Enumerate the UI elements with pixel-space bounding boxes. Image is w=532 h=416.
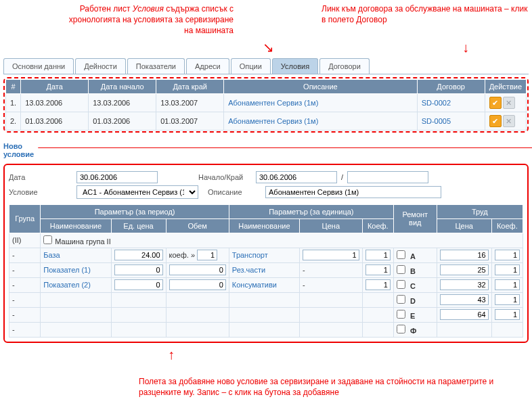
start-date-field[interactable] [256, 171, 337, 183]
delete-icon[interactable]: ✕ [503, 115, 515, 127]
col-contract[interactable]: Договор [417, 79, 485, 93]
arrow-up-icon: ↑ [3, 347, 529, 363]
unit-coef-input[interactable] [365, 264, 391, 275]
edit-icon[interactable]: ✔ [489, 97, 502, 109]
unit-coef-input[interactable] [365, 250, 391, 260]
hdr-price2: Цена [437, 218, 491, 233]
col-date[interactable]: Дата [21, 79, 89, 93]
repair-checkbox[interactable] [397, 325, 405, 333]
col-action: Действие [485, 79, 526, 93]
labor-price-input[interactable] [440, 279, 489, 290]
new-condition-title: Ново условие [3, 142, 34, 158]
annotation-form-fields: Полета за добавяне ново условие за серви… [3, 376, 529, 398]
tab-strip: Основни данни Дейности Показатели Адреси… [3, 58, 529, 74]
cell-contract-link[interactable]: SD-0002 [417, 93, 485, 112]
price-input[interactable] [114, 264, 163, 275]
cell-end: 13.03.2007 [156, 93, 224, 112]
labor-price-input[interactable] [440, 250, 489, 260]
hdr-coef: Коеф. [362, 218, 393, 233]
description-field[interactable] [265, 186, 441, 198]
conditions-history-grid: # Дата Дата начало Дата край Описание До… [3, 77, 529, 133]
group-checkbox[interactable] [43, 235, 52, 244]
param-row: - База коеф. » Транспорт A [9, 248, 523, 262]
arrow-down-icon: ↓ [462, 40, 469, 55]
date-field[interactable] [76, 171, 158, 183]
labor-coef-input[interactable] [495, 250, 520, 260]
annotation-worksheet: Работен лист Условия съдържа списък с хр… [3, 3, 234, 37]
top-arrows: ↘ ↓ [3, 41, 529, 58]
annotation-contract-link: Линк към договора за обслужване на машин… [254, 3, 529, 37]
label-start-end: Начало/Край [198, 173, 256, 181]
end-date-field[interactable] [347, 171, 428, 183]
labor-price-input[interactable] [440, 309, 489, 320]
labor-price-input[interactable] [440, 294, 489, 305]
labor-coef-input[interactable] [495, 309, 520, 320]
hdr-labor: Труд [437, 204, 523, 218]
delete-icon[interactable]: ✕ [503, 97, 515, 109]
vol-input[interactable] [169, 264, 226, 275]
cell-contract-link[interactable]: SD-0005 [417, 112, 485, 130]
cell-date: 13.03.2006 [21, 93, 89, 112]
tab-addresses[interactable]: Адреси [186, 58, 229, 74]
cell-actions: ✔✕ [485, 112, 526, 130]
cell-desc-link[interactable]: Абонаментен Сервиз (1м) [224, 93, 417, 112]
label-description: Описание [208, 188, 265, 196]
price-input[interactable] [114, 279, 163, 290]
col-num: # [6, 79, 21, 93]
repair-checkbox[interactable] [397, 280, 405, 289]
table-row: 1. 13.03.2006 13.03.2006 13.03.2007 Абон… [6, 93, 527, 112]
parameters-table: Група Параметър (за период) Параметър (з… [9, 204, 523, 338]
cell-actions: ✔✕ [485, 93, 526, 112]
cell-end: 01.03.2007 [156, 112, 224, 130]
repair-checkbox[interactable] [397, 310, 405, 319]
coef-input[interactable] [197, 250, 217, 260]
hdr-price: Цена [299, 218, 362, 233]
hdr-name2: Наименование [229, 218, 299, 233]
hdr-vol: Обем [166, 218, 229, 233]
hdr-per-period: Параметър (за период) [41, 204, 229, 218]
cell-num: 1. [6, 93, 21, 112]
edit-icon[interactable]: ✔ [489, 115, 502, 127]
labor-coef-input[interactable] [495, 294, 520, 305]
hdr-group: Група [9, 204, 41, 233]
tab-conditions[interactable]: Условия [272, 58, 318, 74]
condition-select[interactable]: AC1 - Абонаментен Сервиз (1м [76, 185, 198, 199]
label-condition: Условие [9, 188, 76, 196]
col-start[interactable]: Дата начало [89, 79, 156, 93]
col-desc[interactable]: Описание [224, 79, 417, 93]
param-row: - Ф [9, 322, 523, 337]
labor-coef-input[interactable] [495, 264, 520, 275]
hdr-per-unit: Параметър (за единица) [229, 204, 393, 218]
cell-date: 01.03.2006 [21, 112, 89, 130]
repair-checkbox[interactable] [397, 295, 405, 304]
unit-coef-input[interactable] [365, 279, 391, 290]
tab-activities[interactable]: Дейности [75, 58, 126, 74]
cell-start: 01.03.2006 [89, 112, 156, 130]
repair-checkbox[interactable] [397, 265, 405, 274]
vol-input[interactable] [169, 279, 226, 290]
tab-basic-data[interactable]: Основни данни [3, 58, 74, 74]
labor-price-input[interactable] [440, 264, 489, 275]
tab-options[interactable]: Опции [231, 58, 271, 74]
price-input[interactable] [114, 250, 163, 260]
group-row: (II) Машина група II [9, 233, 523, 248]
table-row: 2. 01.03.2006 01.03.2006 01.03.2007 Абон… [6, 112, 527, 130]
labor-coef-input[interactable] [495, 279, 520, 290]
arrow-down-icon: ↘ [263, 40, 274, 55]
tab-indicators[interactable]: Показатели [127, 58, 185, 74]
new-condition-form: Дата Начало/Край / Условие AC1 - Абонаме… [3, 164, 529, 343]
repair-checkbox[interactable] [397, 250, 405, 259]
hdr-coef2: Коеф. [491, 218, 523, 233]
param-row: - E [9, 307, 523, 322]
label-date: Дата [9, 173, 76, 181]
hdr-repair: Ремонт вид [393, 204, 437, 233]
param-row: - D [9, 292, 523, 307]
cell-num: 2. [6, 112, 21, 130]
unit-price-input[interactable] [303, 250, 359, 260]
tab-contracts[interactable]: Договори [319, 58, 370, 74]
cell-desc-link[interactable]: Абонаментен Сервиз (1м) [224, 112, 417, 130]
grid-header-row: # Дата Дата начало Дата край Описание До… [6, 79, 527, 93]
hdr-name: Наименование [41, 218, 111, 233]
param-row: - Показател (1) Рез.части - B [9, 262, 523, 277]
col-end[interactable]: Дата край [156, 79, 224, 93]
